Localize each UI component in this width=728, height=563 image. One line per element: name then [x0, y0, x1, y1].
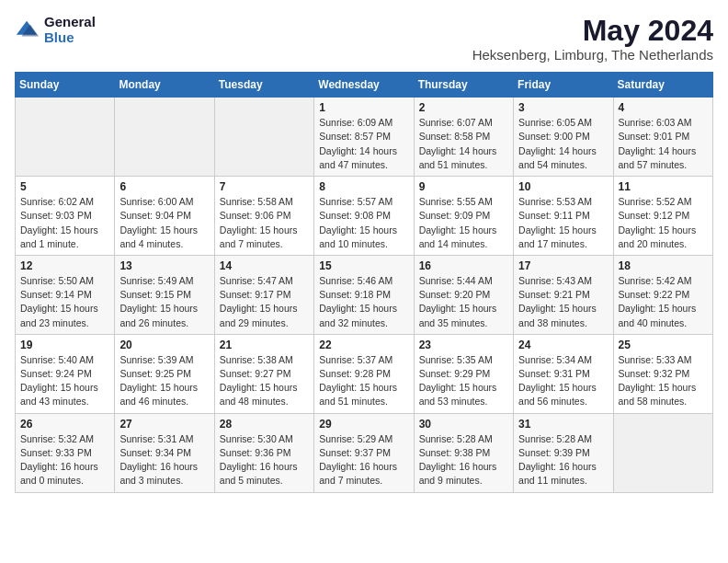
day-number: 29 — [319, 418, 408, 431]
calendar-cell: 19Sunrise: 5:40 AM Sunset: 9:24 PM Dayli… — [16, 334, 115, 413]
day-number: 30 — [419, 418, 508, 431]
logo-text: General Blue — [44, 15, 96, 45]
calendar-cell: 23Sunrise: 5:35 AM Sunset: 9:29 PM Dayli… — [414, 334, 513, 413]
day-number: 15 — [319, 259, 408, 272]
day-info: Sunrise: 5:50 AM Sunset: 9:14 PM Dayligh… — [20, 274, 109, 330]
day-info: Sunrise: 5:58 AM Sunset: 9:06 PM Dayligh… — [220, 195, 309, 251]
calendar-week-row: 12Sunrise: 5:50 AM Sunset: 9:14 PM Dayli… — [16, 255, 713, 334]
day-info: Sunrise: 5:29 AM Sunset: 9:37 PM Dayligh… — [319, 432, 408, 488]
day-info: Sunrise: 5:57 AM Sunset: 9:08 PM Dayligh… — [319, 195, 408, 251]
day-number: 8 — [319, 180, 408, 193]
day-info: Sunrise: 5:55 AM Sunset: 9:09 PM Dayligh… — [419, 195, 508, 251]
day-number: 3 — [518, 101, 608, 114]
day-info: Sunrise: 5:33 AM Sunset: 9:32 PM Dayligh… — [619, 353, 708, 409]
calendar-cell: 13Sunrise: 5:49 AM Sunset: 9:15 PM Dayli… — [115, 255, 214, 334]
calendar-cell: 4Sunrise: 6:03 AM Sunset: 9:01 PM Daylig… — [613, 98, 712, 177]
calendar-cell: 2Sunrise: 6:07 AM Sunset: 8:58 PM Daylig… — [414, 98, 513, 177]
calendar-cell: 25Sunrise: 5:33 AM Sunset: 9:32 PM Dayli… — [613, 334, 712, 413]
calendar-cell: 5Sunrise: 6:02 AM Sunset: 9:03 PM Daylig… — [16, 177, 115, 256]
calendar-cell: 22Sunrise: 5:37 AM Sunset: 9:28 PM Dayli… — [314, 334, 414, 413]
calendar-cell — [613, 413, 712, 492]
day-info: Sunrise: 5:40 AM Sunset: 9:24 PM Dayligh… — [20, 353, 109, 409]
calendar-cell: 11Sunrise: 5:52 AM Sunset: 9:12 PM Dayli… — [613, 177, 712, 256]
day-number: 16 — [419, 259, 508, 272]
day-number: 31 — [518, 418, 608, 431]
day-number: 22 — [319, 339, 408, 351]
weekday-header: Thursday — [414, 73, 513, 98]
day-number: 27 — [119, 418, 209, 431]
day-number: 24 — [518, 339, 608, 351]
day-info: Sunrise: 6:07 AM Sunset: 8:58 PM Dayligh… — [419, 116, 508, 172]
page-header: General Blue May 2024 Heksenberg, Limbur… — [15, 15, 713, 63]
calendar-cell: 20Sunrise: 5:39 AM Sunset: 9:25 PM Dayli… — [115, 334, 214, 413]
calendar-subtitle: Heksenberg, Limburg, The Netherlands — [472, 47, 713, 63]
logo-icon — [15, 17, 40, 43]
day-number: 12 — [20, 259, 109, 272]
calendar-cell: 1Sunrise: 6:09 AM Sunset: 8:57 PM Daylig… — [314, 98, 414, 177]
day-info: Sunrise: 6:02 AM Sunset: 9:03 PM Dayligh… — [20, 195, 109, 251]
day-info: Sunrise: 5:46 AM Sunset: 9:18 PM Dayligh… — [319, 274, 408, 330]
calendar-week-row: 5Sunrise: 6:02 AM Sunset: 9:03 PM Daylig… — [16, 177, 713, 256]
day-number: 17 — [518, 259, 608, 272]
calendar-cell: 27Sunrise: 5:31 AM Sunset: 9:34 PM Dayli… — [115, 413, 214, 492]
day-info: Sunrise: 5:49 AM Sunset: 9:15 PM Dayligh… — [119, 274, 209, 330]
calendar-cell: 24Sunrise: 5:34 AM Sunset: 9:31 PM Dayli… — [514, 334, 613, 413]
day-number: 13 — [119, 259, 209, 272]
day-info: Sunrise: 6:03 AM Sunset: 9:01 PM Dayligh… — [619, 116, 708, 172]
day-number: 21 — [220, 339, 309, 351]
weekday-header: Sunday — [16, 73, 115, 98]
day-number: 2 — [419, 101, 508, 114]
calendar-cell: 3Sunrise: 6:05 AM Sunset: 9:00 PM Daylig… — [514, 98, 613, 177]
calendar-cell: 18Sunrise: 5:42 AM Sunset: 9:22 PM Dayli… — [613, 255, 712, 334]
calendar-cell: 9Sunrise: 5:55 AM Sunset: 9:09 PM Daylig… — [414, 177, 513, 256]
day-number: 10 — [518, 180, 608, 193]
calendar-cell: 30Sunrise: 5:28 AM Sunset: 9:38 PM Dayli… — [414, 413, 513, 492]
day-info: Sunrise: 5:28 AM Sunset: 9:39 PM Dayligh… — [518, 432, 608, 488]
calendar-cell: 15Sunrise: 5:46 AM Sunset: 9:18 PM Dayli… — [314, 255, 414, 334]
calendar-title: May 2024 — [472, 15, 713, 47]
day-info: Sunrise: 5:28 AM Sunset: 9:38 PM Dayligh… — [419, 432, 508, 488]
day-number: 11 — [619, 180, 708, 193]
day-info: Sunrise: 6:05 AM Sunset: 9:00 PM Dayligh… — [518, 116, 608, 172]
calendar-cell: 17Sunrise: 5:43 AM Sunset: 9:21 PM Dayli… — [514, 255, 613, 334]
day-info: Sunrise: 5:32 AM Sunset: 9:33 PM Dayligh… — [20, 432, 109, 488]
day-number: 14 — [220, 259, 309, 272]
day-info: Sunrise: 5:30 AM Sunset: 9:36 PM Dayligh… — [220, 432, 309, 488]
day-info: Sunrise: 6:00 AM Sunset: 9:04 PM Dayligh… — [119, 195, 209, 251]
day-info: Sunrise: 5:47 AM Sunset: 9:17 PM Dayligh… — [220, 274, 309, 330]
day-number: 28 — [220, 418, 309, 431]
weekday-header-row: SundayMondayTuesdayWednesdayThursdayFrid… — [16, 73, 713, 98]
calendar-week-row: 19Sunrise: 5:40 AM Sunset: 9:24 PM Dayli… — [16, 334, 713, 413]
day-info: Sunrise: 5:35 AM Sunset: 9:29 PM Dayligh… — [419, 353, 508, 409]
calendar-cell: 6Sunrise: 6:00 AM Sunset: 9:04 PM Daylig… — [115, 177, 214, 256]
day-info: Sunrise: 5:37 AM Sunset: 9:28 PM Dayligh… — [319, 353, 408, 409]
day-number: 23 — [419, 339, 508, 351]
logo-blue: Blue — [44, 30, 96, 46]
calendar-cell: 31Sunrise: 5:28 AM Sunset: 9:39 PM Dayli… — [514, 413, 613, 492]
calendar-cell: 8Sunrise: 5:57 AM Sunset: 9:08 PM Daylig… — [314, 177, 414, 256]
logo: General Blue — [15, 15, 96, 45]
calendar-cell — [214, 98, 313, 177]
day-info: Sunrise: 6:09 AM Sunset: 8:57 PM Dayligh… — [319, 116, 408, 172]
day-number: 4 — [619, 101, 708, 114]
title-block: May 2024 Heksenberg, Limburg, The Nether… — [472, 15, 713, 63]
logo-general: General — [44, 15, 96, 30]
calendar-cell: 28Sunrise: 5:30 AM Sunset: 9:36 PM Dayli… — [214, 413, 313, 492]
day-info: Sunrise: 5:42 AM Sunset: 9:22 PM Dayligh… — [619, 274, 708, 330]
calendar-week-row: 1Sunrise: 6:09 AM Sunset: 8:57 PM Daylig… — [16, 98, 713, 177]
calendar-cell — [115, 98, 214, 177]
day-number: 20 — [119, 339, 209, 351]
calendar-cell: 14Sunrise: 5:47 AM Sunset: 9:17 PM Dayli… — [214, 255, 313, 334]
weekday-header: Monday — [115, 73, 214, 98]
calendar-table: SundayMondayTuesdayWednesdayThursdayFrid… — [15, 72, 713, 492]
weekday-header: Saturday — [613, 73, 712, 98]
day-number: 7 — [220, 180, 309, 193]
day-info: Sunrise: 5:38 AM Sunset: 9:27 PM Dayligh… — [220, 353, 309, 409]
day-info: Sunrise: 5:44 AM Sunset: 9:20 PM Dayligh… — [419, 274, 508, 330]
day-number: 26 — [20, 418, 109, 431]
weekday-header: Tuesday — [214, 73, 313, 98]
calendar-cell — [16, 98, 115, 177]
day-number: 18 — [619, 259, 708, 272]
day-number: 1 — [319, 101, 408, 114]
calendar-cell: 7Sunrise: 5:58 AM Sunset: 9:06 PM Daylig… — [214, 177, 313, 256]
